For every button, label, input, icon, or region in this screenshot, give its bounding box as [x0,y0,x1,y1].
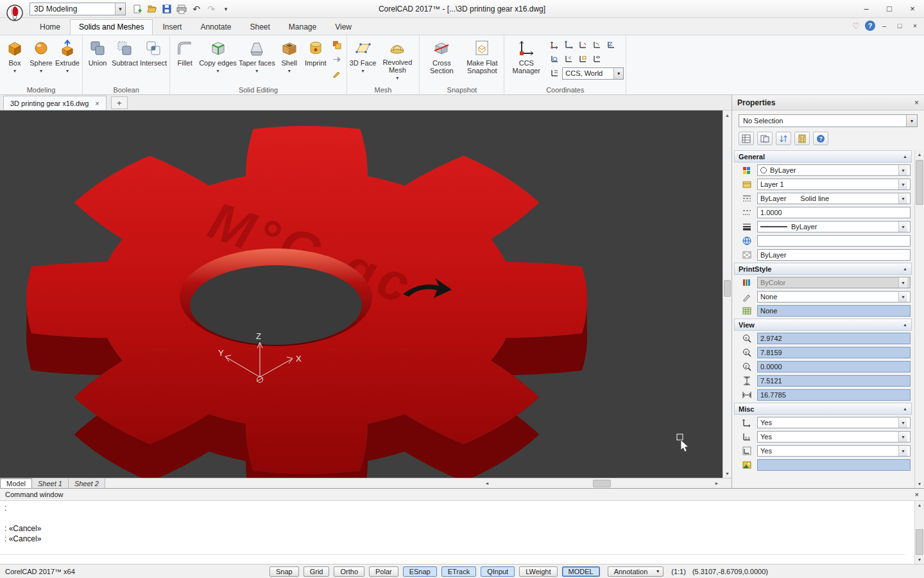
properties-scrollbar[interactable]: ▲ ▼ [914,150,924,488]
feedback-heart-icon[interactable]: ♡ [850,20,862,31]
ccs-origin-icon[interactable] [548,39,561,51]
edit-face-button[interactable] [330,67,343,80]
union-button[interactable]: Union [85,37,110,83]
scroll-thumb[interactable] [916,160,923,205]
scroll-right-icon[interactable]: ► [712,481,721,486]
section-printstyle[interactable]: PrintStyle ▲ [734,263,912,275]
restore-button[interactable]: □ [878,0,901,17]
selection-dropdown[interactable]: No Selection ▾ [739,114,918,127]
tab-manage[interactable]: Manage [280,19,325,35]
printstyle-assigned-field[interactable]: None [757,305,911,317]
view-width-field[interactable]: 16.7785 [757,389,911,401]
layer-select[interactable]: Layer 1 ▾ [757,179,911,190]
toggle-ortho[interactable]: Ortho [334,566,364,577]
workspace-select[interactable]: 3D Modeling ▾ [30,3,126,15]
scroll-thumb[interactable] [593,480,611,487]
help-icon[interactable]: ? [865,21,875,31]
misc-select-1[interactable]: Yes ▾ [757,417,911,428]
ccs-select[interactable]: CCS, World ▾ [562,67,624,80]
ccs-view-icon[interactable] [590,53,603,66]
3d-face-button[interactable]: 3D Face ▾ [349,37,377,83]
document-tab[interactable]: 3D printing gear x16.dwg × [3,96,107,110]
ccs-entity-icon[interactable] [576,53,589,66]
scroll-up-icon[interactable]: ▲ [723,110,732,119]
lineweight-select[interactable]: ByLayer ▾ [757,221,911,232]
misc-select-3[interactable]: Yes ▾ [757,445,911,457]
section-view[interactable]: View ▲ [734,319,912,331]
close-icon[interactable]: × [95,100,99,107]
fillet-button[interactable]: Fillet [172,37,198,83]
doc-minimize-button[interactable]: – [878,20,891,31]
ccs-named-icon[interactable] [548,67,561,80]
tab-home[interactable]: Home [31,19,69,35]
model-viewport[interactable]: M°G-gc [0,110,732,478]
sheet-tab-model[interactable]: Model [0,478,32,488]
sphere-button[interactable]: Sphere ▾ [28,37,54,83]
toggle-qinput[interactable]: QInput [481,566,515,577]
scroll-down-icon[interactable]: ▼ [723,469,732,478]
linestyle-select[interactable]: ByLayer Solid line ▾ [757,193,911,204]
tab-view[interactable]: View [326,19,361,35]
linecolor-select[interactable]: ByLayer ▾ [757,164,911,176]
close-icon[interactable]: × [914,98,919,107]
make-flat-snapshot-button[interactable]: Make Flat Snapshot [462,37,502,83]
subtract-button[interactable]: Subtract [111,37,139,83]
sheet-tab-1[interactable]: Sheet 1 [32,478,69,488]
open-document-button[interactable] [146,3,158,15]
extract-edges-button[interactable] [330,53,343,66]
edit-solid-color-button[interactable] [330,39,343,51]
scroll-left-icon[interactable]: ◄ [483,481,492,486]
misc-select-2[interactable]: Yes ▾ [757,431,911,442]
intersect-button[interactable]: Intersect [139,37,167,83]
scroll-thumb[interactable] [916,529,923,555]
linescale-input[interactable]: 1.0000 [757,207,911,218]
new-document-button[interactable] [131,3,144,15]
camera-y-field[interactable]: 7.8159 [757,347,911,358]
customize-qat-button[interactable]: ▾ [219,3,232,15]
tab-annotate[interactable]: Annotate [191,19,240,35]
close-button[interactable]: × [901,0,924,17]
quick-select-icon[interactable] [776,132,791,145]
ccs-previous-icon[interactable] [562,53,575,66]
view-height-field[interactable]: 7.5121 [757,375,911,387]
sheet-tab-2[interactable]: Sheet 2 [69,478,105,488]
ccs-z-rotate-icon[interactable] [604,39,617,51]
camera-x-field[interactable]: 2.9742 [757,333,911,344]
tab-insert[interactable]: Insert [153,19,191,35]
undo-button[interactable]: ↶ [190,3,203,15]
toggle-grid[interactable]: Grid [304,566,330,577]
doc-close-button[interactable]: × [909,20,921,31]
ccs-3point-icon[interactable] [562,39,575,51]
tab-sheet[interactable]: Sheet [241,19,278,35]
ccs-x-rotate-icon[interactable] [576,39,589,51]
toggle-lweight[interactable]: LWeight [519,566,557,577]
taper-faces-button[interactable]: Taper faces ▾ [238,37,276,83]
scroll-up-icon[interactable]: ▲ [915,150,924,159]
toggle-esnap[interactable]: ESnap [403,566,437,577]
minimize-button[interactable]: – [855,0,878,17]
close-icon[interactable]: × [915,491,919,498]
imprint-button[interactable]: Imprint [303,37,329,83]
calculator-icon[interactable] [794,132,810,145]
revolved-mesh-button[interactable]: Revolved Mesh ▾ [377,37,417,83]
toggle-snap[interactable]: Snap [270,566,299,577]
categorized-icon[interactable] [739,132,754,145]
section-misc[interactable]: Misc ▲ [734,403,912,415]
hyperlink-input[interactable] [757,235,911,247]
command-input[interactable] [0,554,905,564]
doc-restore-button[interactable]: □ [893,20,906,31]
transparency-input[interactable]: ByLayer [757,249,911,261]
toggle-etrack[interactable]: ETrack [441,566,476,577]
scroll-up-icon[interactable]: ▲ [915,501,924,509]
new-tab-button[interactable]: + [111,96,128,109]
alphabetic-icon[interactable] [757,132,773,145]
viewport-horizontal-scrollbar[interactable]: ◄ ► [483,479,721,487]
ccs-world-icon[interactable] [548,53,561,66]
cross-section-button[interactable]: Cross Section [422,37,461,83]
section-general[interactable]: General ▲ [734,150,912,162]
command-history[interactable]: : : «Cancel» : «Cancel» ▲ ▼ [0,501,924,564]
box-button[interactable]: Box ▾ [2,37,28,83]
toggle-model[interactable]: MODEL [562,566,600,577]
printstyle-table-select[interactable]: None ▾ [757,291,911,302]
toggle-polar[interactable]: Polar [369,566,398,577]
